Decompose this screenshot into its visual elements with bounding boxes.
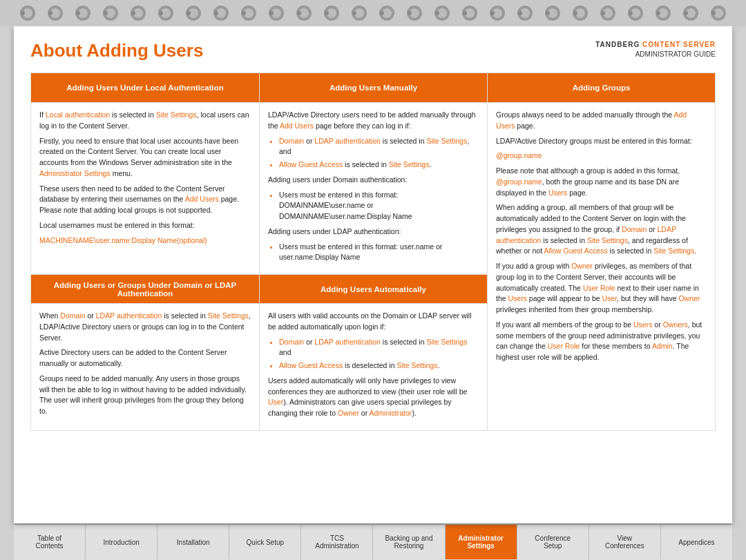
ring-11	[296, 6, 312, 21]
tab-quick-setup[interactable]: Quick Setup	[229, 525, 301, 559]
owner-link-3[interactable]: Owner	[338, 409, 359, 417]
brand-highlight: CONTENT SERVER	[642, 41, 716, 48]
ring-13	[352, 6, 367, 21]
col3-para4: When adding a group, all members of that…	[496, 202, 707, 257]
tab-installation[interactable]: Installation	[157, 525, 229, 559]
users-link-3[interactable]: Users	[633, 320, 652, 329]
ring-6	[158, 6, 173, 21]
col1-para1: If Local authentication is selected in S…	[39, 110, 251, 132]
ldap-auth-link-3[interactable]: LDAP authentication	[96, 311, 162, 320]
col2-bullet1: Domain or LDAP authentication is selecte…	[279, 136, 479, 158]
col3-group-format: @group.name	[496, 151, 707, 162]
user-role-user-link-2[interactable]: User	[268, 398, 283, 406]
guest-access-link-2[interactable]: Allow Guest Access	[544, 247, 607, 255]
col1-top-body: If Local authentication is selected in S…	[31, 102, 259, 274]
col1-bottom-para2: Active Directory users can be added to t…	[39, 347, 251, 369]
site-settings-link-8[interactable]: Site Settings	[396, 361, 437, 369]
ring-21	[573, 6, 588, 21]
ring-15	[407, 6, 422, 21]
site-settings-link-7[interactable]: Site Settings	[426, 338, 467, 346]
col3-body: Groups always need to be added manually …	[487, 102, 715, 430]
ring-17	[462, 6, 477, 21]
ring-22	[600, 6, 615, 21]
users-link-1[interactable]: Users	[548, 189, 567, 197]
col2-top-list: Domain or LDAP authentication is selecte…	[279, 136, 479, 171]
owner-link-1[interactable]: Owner	[571, 262, 593, 270]
owners-link-1[interactable]: Owners	[663, 320, 688, 329]
admin-link[interactable]: Admin	[652, 342, 673, 350]
tab-appendices[interactable]: Appendices	[661, 525, 732, 559]
ldap-auth-link-1[interactable]: LDAP authentication	[314, 137, 381, 145]
col2-domain-list: Users must be entered in this format: DO…	[279, 190, 479, 222]
col2-top-header: Adding Users Manually	[259, 73, 487, 102]
add-users-link-3[interactable]: Add Users	[496, 110, 687, 130]
tab-view-conferences[interactable]: ViewConferences	[589, 525, 661, 559]
domain-link-2[interactable]: Domain	[622, 225, 647, 233]
domain-link-1[interactable]: Domain	[279, 137, 304, 145]
ring-9	[241, 6, 256, 21]
ring-3	[75, 6, 90, 21]
administrator-link[interactable]: Administrator	[370, 409, 412, 417]
page-header: About Adding Users TANDBERG CONTENT SERV…	[30, 40, 716, 61]
col2-ldap-list: Users must be entered in this format: us…	[279, 242, 479, 264]
col3-para1: Groups always need to be added manually …	[496, 110, 707, 132]
col3-para3: Please note that although a group is add…	[496, 166, 707, 198]
group-name-link[interactable]: @group.name	[496, 151, 542, 160]
admin-settings-link-1[interactable]: Administrator Settings	[39, 169, 111, 177]
username-format-link[interactable]: MACHINENAME\user.name:Display Name(optio…	[39, 236, 207, 244]
tab-backup[interactable]: Backing up andRestoring	[373, 525, 445, 559]
col2-bottom-intro: All users with valid accounts on the Dom…	[268, 311, 479, 333]
tab-conference-setup[interactable]: ConferenceSetup	[517, 525, 589, 559]
footer-tabs: Table ofContents Introduction Installati…	[14, 523, 732, 559]
site-settings-link-6[interactable]: Site Settings	[208, 311, 249, 320]
col2-bottom-body: All users with valid accounts on the Dom…	[259, 303, 487, 430]
guest-access-link-1[interactable]: Allow Guest Access	[279, 160, 343, 168]
col2-bottom-bullet1: Domain or LDAP authentication is selecte…	[279, 337, 479, 359]
col2-bottom-bullet2: Allow Guest Access is deselected in Site…	[279, 360, 479, 371]
users-link-2[interactable]: Users	[508, 294, 527, 302]
col2-bullet2: Allow Guest Access is selected in Site S…	[279, 160, 479, 171]
ldap-auth-link-4[interactable]: LDAP authentication	[314, 338, 381, 346]
add-users-link-1[interactable]: Add Users	[185, 195, 219, 203]
col1-bottom-para1: When Domain or LDAP authentication is se…	[39, 311, 251, 343]
ring-1	[20, 6, 35, 21]
brand-sub: ADMINISTRATOR GUIDE	[595, 50, 716, 59]
ring-20	[545, 6, 560, 21]
user-role-link-2[interactable]: User Role	[548, 342, 580, 350]
group-name-link-2[interactable]: @group.name	[496, 177, 542, 186]
ring-2	[48, 6, 63, 21]
ring-24	[656, 6, 671, 21]
ring-7	[186, 6, 201, 21]
site-settings-link-3[interactable]: Site Settings	[389, 160, 430, 168]
domain-link-3[interactable]: Domain	[60, 311, 85, 320]
local-auth-link[interactable]: Local authentication	[46, 110, 110, 119]
col1-top-header: Adding Users Under Local Authentication	[31, 73, 259, 102]
ring-12	[324, 6, 339, 21]
tab-toc[interactable]: Table ofContents	[14, 525, 86, 559]
col1-para2: Firstly, you need to ensure that local u…	[39, 136, 251, 180]
ring-8	[213, 6, 229, 21]
brand-prefix: TANDBERG	[595, 41, 642, 48]
site-settings-link-1[interactable]: Site Settings	[156, 110, 197, 119]
add-users-link-2[interactable]: Add Users	[280, 122, 314, 130]
col3-para5: If you add a group with Owner privileges…	[496, 261, 707, 316]
owner-link-2[interactable]: Owner	[678, 294, 700, 302]
brand-name: TANDBERG CONTENT SERVER	[595, 40, 716, 50]
user-role-user-link[interactable]: User	[602, 294, 618, 302]
site-settings-link-4[interactable]: Site Settings	[587, 236, 628, 244]
tab-admin-settings[interactable]: AdministratorSettings	[446, 525, 517, 559]
ring-26	[711, 6, 726, 21]
col2-top-body: LDAP/Active Directory users need to be a…	[259, 102, 487, 274]
tab-introduction[interactable]: Introduction	[86, 525, 157, 559]
guest-access-link-3[interactable]: Allow Guest Access	[279, 361, 343, 369]
tab-tcs-admin[interactable]: TCSAdministration	[301, 525, 373, 559]
ring-14	[379, 6, 394, 21]
domain-link-4[interactable]: Domain	[279, 338, 304, 346]
page-content: About Adding Users TANDBERG CONTENT SERV…	[14, 26, 732, 523]
col1-format: MACHINENAME\user.name:Display Name(optio…	[39, 235, 251, 247]
site-settings-link-2[interactable]: Site Settings	[426, 137, 467, 145]
site-settings-link-5[interactable]: Site Settings	[653, 247, 694, 255]
col2-ldap-header: Adding users under LDAP authentication:	[268, 226, 479, 238]
user-role-link-1[interactable]: User Role	[583, 284, 615, 292]
ldap-auth-link-2[interactable]: LDAP authentication	[496, 225, 676, 244]
